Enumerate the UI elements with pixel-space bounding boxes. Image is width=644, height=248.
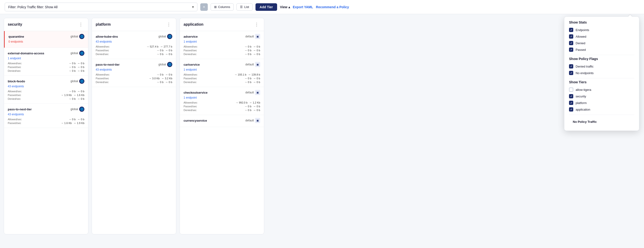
label-denied-traffic: Denied traffic	[576, 65, 594, 68]
badge-label: default	[246, 63, 254, 66]
policy-header-quarantine: quarantine global 🌐	[8, 34, 84, 39]
policy-pass-to-next-tier-platform: pass-to-next-tier global 🌐 43 endpoints …	[92, 59, 176, 87]
dropdown-item-no-endpoints[interactable]: ✓ No endpoints	[569, 70, 634, 76]
stat-label: Allowed/sec	[8, 118, 22, 121]
policy-name-external: external-domains-access	[8, 52, 44, 55]
filter-close-button[interactable]: ×	[200, 3, 208, 11]
tier-menu-security[interactable]: ⋮	[77, 22, 84, 28]
checkbox-endpoints[interactable]: ✓	[569, 28, 573, 32]
divider-2	[569, 78, 634, 78]
dropdown-item-denied[interactable]: ✓ Denied	[569, 40, 634, 46]
add-tier-label: Add Tier	[260, 5, 273, 9]
show-tiers-title: Show Tiers	[569, 80, 634, 84]
stat-label: Passed/sec	[184, 77, 197, 80]
policy-badge-quarantine: global 🌐	[70, 34, 84, 39]
tier-title-application: application	[184, 22, 203, 27]
tier-platform: platform ⋮ allow-kube-dns global 🌐 43 en…	[92, 18, 176, 234]
stat-label: Passed/sec	[184, 105, 197, 108]
policy-name-pnt-platform: pass-to-next-tier	[96, 63, 120, 66]
recommend-policy-button[interactable]: Recommend a Policy	[316, 5, 349, 9]
badge-label: global	[158, 35, 166, 38]
policy-header-pnt-platform: pass-to-next-tier global 🌐	[96, 62, 172, 67]
globe-icon-pnt-platform: 🌐	[167, 62, 172, 67]
stat-label: Allowed/sec	[184, 101, 198, 104]
stats-row-pnt-s-allowed: Allowed/sec → 0 b ↔ 0 b	[8, 117, 84, 121]
stat-label: Passed/sec	[96, 49, 109, 52]
checkbox-denied-traffic[interactable]: ✓	[569, 64, 573, 69]
stats-row-ads-allowed: Allowed/sec → 0 b ↔ 0 b	[184, 45, 260, 49]
filter-label: Filter: Policy Traffic filter: Show All	[8, 5, 58, 9]
stat-label: Denied/sec	[96, 53, 108, 56]
tier-header-application: application ⋮	[180, 18, 264, 31]
view-button[interactable]: View ▴	[280, 5, 290, 9]
stat-label: Denied/sec	[184, 109, 196, 112]
checkbox-passed[interactable]: ✓	[569, 48, 573, 52]
dropdown-triangle	[628, 15, 632, 17]
stat-in: → 0 b	[69, 69, 76, 72]
export-label: Export YAML	[293, 5, 313, 9]
policy-name-kube-dns: allow-kube-dns	[96, 35, 118, 38]
stat-label: Passed/sec	[8, 122, 21, 124]
checkbox-application-tier[interactable]: ✓	[569, 107, 573, 112]
dropdown-item-security-tier[interactable]: ✓ security	[569, 93, 634, 100]
label-platform-tier: platform	[576, 101, 587, 105]
server-icon-cartservice: ▣	[255, 62, 260, 67]
checkbox-platform-tier[interactable]: ✓	[569, 101, 573, 105]
stats-row-co-allowed: Allowed/sec → 992.0 b ↔ 1.2 Kb	[184, 101, 260, 104]
checkbox-security-tier[interactable]: ✓	[569, 94, 573, 98]
globe-icon-block-feodo: 🌐	[79, 79, 84, 84]
stat-label: Allowed/sec	[96, 73, 110, 76]
stat-out: ↔ 0 b	[78, 62, 84, 65]
policy-name-cartservice: cartservice	[184, 63, 200, 66]
filter-dropdown[interactable]: Filter: Policy Traffic filter: Show All …	[5, 3, 198, 11]
globe-glyph: 🌐	[80, 35, 84, 38]
endpoints-cartservice: 1 endpoint	[184, 68, 260, 71]
checkbox-no-endpoints[interactable]: ✓	[569, 71, 573, 75]
stat-label: Passed/sec	[8, 66, 21, 69]
badge-label: default	[246, 119, 254, 122]
tier-menu-platform[interactable]: ⋮	[165, 22, 172, 28]
dropdown-item-endpoints[interactable]: ✓ Endpoints	[569, 27, 634, 33]
policy-badge-cartservice: default ▣	[246, 62, 260, 67]
add-tier-button[interactable]: Add Tier	[256, 3, 277, 11]
columns-button[interactable]: ⊞ Columns	[210, 3, 234, 11]
divider-1	[569, 55, 634, 55]
stat-label: Allowed/sec	[8, 90, 22, 93]
dropdown-item-allow-tigera[interactable]: allow-tigera	[569, 86, 634, 93]
dropdown-item-denied-traffic[interactable]: ✓ Denied traffic	[569, 63, 634, 70]
list-label: List	[244, 5, 249, 9]
dropdown-item-passed[interactable]: ✓ Passed	[569, 46, 634, 53]
tier-title-platform: platform	[96, 22, 111, 27]
dropdown-item-application-tier[interactable]: ✓ application	[569, 106, 634, 113]
stats-row-co-passed: Passed/sec → 0 b ↔ 0 b	[184, 104, 260, 108]
tier-header-security: security ⋮	[4, 18, 88, 31]
columns-label: Columns	[218, 5, 230, 9]
view-dropdown-panel: Show Stats ✓ Endpoints ✓ Allowed ✓ Denie…	[564, 17, 639, 131]
policy-badge-currency: default ▣	[246, 118, 260, 123]
policy-header-block-feodo: block-feodo global 🌐	[8, 79, 84, 84]
policy-adservice: adservice default ▣ 1 endpoint Allowed/s…	[180, 31, 264, 59]
policy-badge-external: global 🌐	[70, 51, 84, 56]
tier-menu-application[interactable]: ⋮	[253, 22, 260, 28]
dropdown-item-allowed[interactable]: ✓ Allowed	[569, 33, 634, 40]
policy-block-feodo: block-feodo global 🌐 43 endpoints Allowe…	[4, 76, 88, 104]
dropdown-item-platform-tier[interactable]: ✓ platform	[569, 100, 634, 106]
endpoints-external: 1 endpoint	[8, 57, 84, 60]
policy-pass-to-next-tier-security: pass-to-next-tier global 🌐 43 endpoints …	[4, 104, 88, 128]
checkbox-allow-tigera[interactable]	[569, 88, 573, 92]
checkbox-allowed[interactable]: ✓	[569, 34, 573, 39]
policy-name-quarantine: quarantine	[8, 35, 24, 38]
list-button[interactable]: ☰ List	[236, 3, 252, 11]
main-content: security ⋮ quarantine global 🌐 0 endpoin…	[0, 14, 644, 248]
export-yaml-button[interactable]: Export YAML	[293, 5, 313, 9]
stats-row-pnt-p-allowed: Allowed/sec → 0 b ↔ 0 b	[96, 73, 172, 77]
label-allowed: Allowed	[576, 35, 586, 38]
policy-header-cartservice: cartservice default ▣	[184, 62, 260, 67]
policy-checkoutservice: checkoutservice default ▣ 1 endpoint All…	[180, 87, 264, 115]
divider-3	[569, 115, 634, 115]
server-icon-checkout: ▣	[255, 90, 260, 95]
tier-title-security: security	[8, 22, 22, 27]
badge-label: default	[246, 91, 254, 94]
stats-row-pnt-p-denied: Denied/sec → 0 b ↔ 0 b	[96, 80, 172, 84]
checkbox-denied[interactable]: ✓	[569, 41, 573, 45]
